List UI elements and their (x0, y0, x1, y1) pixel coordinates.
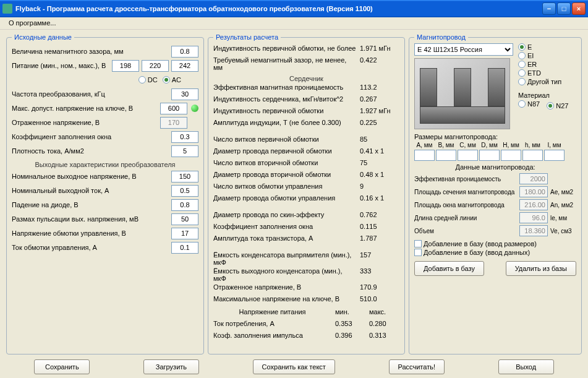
dim-h1-input[interactable] (501, 150, 521, 161)
delete-from-db-button[interactable]: Удалить из базы (506, 261, 576, 276)
core-section-label: Сердечник (213, 75, 399, 82)
min-header: мин. (331, 308, 365, 319)
type-other-radio[interactable]: Другой тип (518, 78, 568, 85)
exit-button[interactable]: Выход (498, 359, 554, 374)
duty-min: 0.396 (331, 332, 365, 342)
n1-value: 85 (356, 135, 399, 146)
iout-label: Номинальный выходной ток, А (12, 187, 171, 194)
dskin-label: Диаметр провода по скин-эффекту (213, 211, 356, 221)
le-unit: le, мм (548, 215, 576, 221)
app-icon (2, 4, 12, 14)
vrefl-label: Отраженное напряжение, В (213, 283, 356, 294)
dim-b-input[interactable] (436, 150, 456, 161)
gap-input[interactable] (171, 46, 198, 58)
dim-a-hdr: A, мм (414, 142, 435, 148)
iout-input[interactable] (171, 185, 198, 197)
dskin-value: 0.762 (356, 211, 399, 221)
dim-b-hdr: B, мм (436, 142, 456, 148)
vds-label: Макс. допуст. напряжение на ключе, В (12, 105, 160, 112)
mueff-value (519, 173, 548, 184)
dim-c-hdr: C, мм (458, 142, 478, 148)
input-panel: Исходные данные Величина немагнитного за… (6, 33, 204, 354)
n2-value: 75 (356, 159, 399, 170)
cout-value: 333 (356, 267, 399, 282)
kfill-input[interactable] (171, 131, 198, 143)
ripple-input[interactable] (171, 213, 198, 225)
dim-d-input[interactable] (479, 150, 500, 161)
d1-label: Диаметр провода первичной обмотки (213, 147, 356, 158)
close-button[interactable]: × (572, 2, 586, 15)
vout-input[interactable] (171, 171, 198, 183)
bmax-value: 0.225 (356, 119, 399, 129)
max-header: макс. (365, 308, 399, 319)
duty-label: Коэф. заполнения импульса (213, 332, 331, 342)
d1-value: 0.41 x 1 (356, 147, 399, 158)
output-section-label: Выходные характеристики преобразователя (12, 161, 198, 168)
window-title: Flyback - Программа расчета дроссель-тра… (15, 5, 542, 12)
save-button[interactable]: Сохранить (34, 359, 90, 374)
ripple-label: Размах пульсации вых. напряжения, мВ (12, 215, 171, 223)
ae-label: Площадь сечения магнитопровода (414, 189, 519, 195)
menu-bar: О программе... (0, 17, 588, 30)
vmax-input[interactable] (171, 60, 198, 72)
dim-i-input[interactable] (544, 150, 565, 161)
ae-unit: Ae, мм2 (548, 189, 576, 195)
type-etd-radio[interactable]: ETD (518, 69, 568, 77)
vrefl-value: 170.9 (356, 283, 399, 294)
input-legend: Исходные данные (12, 33, 74, 41)
bottom-toolbar: Сохранить Загрузить Сохранить как текст … (6, 354, 582, 376)
jdens-input[interactable] (171, 145, 198, 157)
vdiode-input[interactable] (171, 199, 198, 211)
add-to-db-button[interactable]: Добавить в базу (414, 261, 484, 276)
al-label: Индуктивность сердечника, мкГн/виток^2 (213, 95, 356, 106)
vaux-input[interactable] (171, 228, 198, 239)
core-select[interactable]: E 42 Ш12x15 Россия (414, 43, 513, 56)
vaux-label: Напряжение обмотки управления, В (12, 230, 171, 237)
dim-h2-input[interactable] (522, 150, 543, 161)
aw-value (519, 199, 548, 210)
vnom-input[interactable] (142, 60, 169, 72)
crect-label: Ёмкость конденсатора выпрямителя (мин.),… (213, 251, 356, 266)
calculate-button[interactable]: Рассчитать! (389, 359, 445, 374)
load-button[interactable]: Загрузить (143, 359, 199, 374)
lprim-label: Индуктивность первичной обмотки, не боле… (213, 45, 356, 55)
maximize-button[interactable]: □ (557, 2, 571, 15)
vout-label: Номинальное выходное напряжение, В (12, 173, 171, 180)
type-er-radio[interactable]: ER (518, 61, 568, 68)
ve-value (519, 225, 548, 236)
ae-value (519, 186, 548, 197)
vmin-input[interactable] (112, 60, 139, 72)
core-image (414, 58, 510, 129)
type-ei-radio[interactable]: EI (518, 52, 568, 59)
dim-a-input[interactable] (414, 150, 435, 161)
add-dims-checkbox[interactable]: Добавление в базу (ввод размеров) (414, 240, 537, 247)
vds-input[interactable] (160, 103, 187, 114)
minimize-button[interactable]: − (542, 2, 556, 15)
results-legend: Результаты расчета (213, 33, 281, 41)
d2-label: Диаметр провода вторичной обмотки (213, 171, 356, 181)
dc-radio[interactable]: DC (138, 76, 158, 84)
le-value (519, 212, 548, 223)
ac-radio[interactable]: AC (163, 76, 181, 84)
vdsmax-label: Максимальное напряжение на ключе, В (213, 295, 356, 306)
freq-input[interactable] (171, 88, 198, 100)
dim-i-hdr: I, мм (544, 142, 565, 148)
type-e-radio[interactable]: E (518, 43, 568, 51)
kfillres-label: Коэффициент заполнения окна (213, 223, 356, 233)
mu-label: Эффективная магнитная проницаемость (213, 84, 356, 94)
core-data-label: Данные магнитопровода: (414, 163, 576, 171)
core-panel: Магнитопровод E 42 Ш12x15 Россия E EI ER… (409, 33, 582, 354)
lprim2-label: Индуктивность первичной обмотки (213, 107, 356, 118)
mat-n27-radio[interactable]: N27 (547, 102, 568, 110)
iin-min: 0.353 (331, 320, 365, 330)
n3-value: 9 (356, 183, 399, 193)
n1-label: Число витков первичной обмотки (213, 135, 356, 146)
mat-n87-radio[interactable]: N87 (518, 100, 540, 108)
save-text-button[interactable]: Сохранить как текст (253, 359, 335, 374)
iaux-input[interactable] (171, 242, 198, 254)
menu-about[interactable]: О программе... (5, 19, 59, 27)
d2-value: 0.48 x 1 (356, 171, 399, 181)
vref-label: Отраженное напряжение, В (12, 119, 160, 126)
dim-c-input[interactable] (458, 150, 478, 161)
add-data-checkbox[interactable]: Добавление в базу (ввод данных) (414, 249, 530, 256)
